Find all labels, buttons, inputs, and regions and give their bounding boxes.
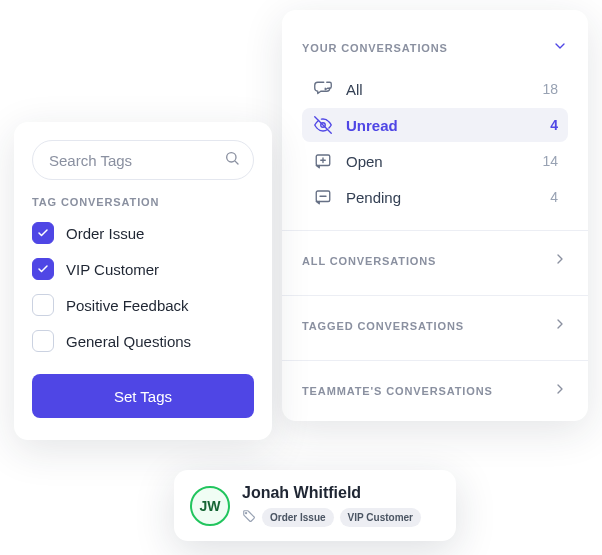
set-tags-button[interactable]: Set Tags — [32, 374, 254, 418]
conv-items: All 18 Unread 4 Open 14 — [302, 66, 568, 214]
conv-group-title: TAGGED CONVERSATIONS — [302, 320, 464, 332]
conv-item-label: Open — [346, 153, 530, 170]
conv-group-title: TEAMMATE'S CONVERSATIONS — [302, 385, 493, 397]
contact-card: JW Jonah Whitfield Order Issue VIP Custo… — [174, 470, 456, 541]
tag-pill: Order Issue — [262, 508, 334, 527]
search-wrap — [32, 140, 254, 180]
tag-section-heading: TAG CONVERSATION — [32, 196, 254, 208]
tag-pill: VIP Customer — [340, 508, 421, 527]
conv-item-count: 4 — [550, 189, 558, 205]
contact-main: Jonah Whitfield Order Issue VIP Customer — [242, 484, 440, 527]
conv-header-all[interactable]: ALL CONVERSATIONS — [302, 243, 568, 279]
tag-label: Positive Feedback — [66, 297, 189, 314]
tag-item-general-questions[interactable]: General Questions — [32, 330, 254, 352]
conv-item-label: Pending — [346, 189, 538, 206]
conv-item-label: Unread — [346, 117, 538, 134]
tag-item-vip-customer[interactable]: VIP Customer — [32, 258, 254, 280]
divider — [282, 360, 588, 361]
chevron-right-icon — [552, 316, 568, 336]
tag-label: General Questions — [66, 333, 191, 350]
conv-item-unread[interactable]: Unread 4 — [302, 108, 568, 142]
chat-icon — [312, 80, 334, 98]
conv-item-open[interactable]: Open 14 — [302, 144, 568, 178]
tag-label: Order Issue — [66, 225, 144, 242]
conv-header-tagged[interactable]: TAGGED CONVERSATIONS — [302, 308, 568, 344]
conv-group-teammate: TEAMMATE'S CONVERSATIONS — [282, 369, 588, 417]
conv-header-teammate[interactable]: TEAMMATE'S CONVERSATIONS — [302, 373, 568, 409]
divider — [282, 295, 588, 296]
conv-item-count: 14 — [542, 153, 558, 169]
eye-off-icon — [312, 116, 334, 134]
tag-label: VIP Customer — [66, 261, 159, 278]
tag-item-order-issue[interactable]: Order Issue — [32, 222, 254, 244]
conv-item-label: All — [346, 81, 530, 98]
chevron-right-icon — [552, 381, 568, 401]
tag-panel: TAG CONVERSATION Order Issue VIP Custome… — [14, 122, 272, 440]
chevron-down-icon — [552, 38, 568, 58]
conv-group-tagged: TAGGED CONVERSATIONS — [282, 304, 588, 352]
checkbox-icon — [32, 294, 54, 316]
conv-item-count: 4 — [550, 117, 558, 133]
conversations-panel: YOUR CONVERSATIONS All 18 Unread 4 — [282, 10, 588, 421]
tag-list: Order Issue VIP Customer Positive Feedba… — [32, 222, 254, 352]
checkbox-icon — [32, 258, 54, 280]
conv-group-all: ALL CONVERSATIONS — [282, 239, 588, 287]
conv-item-count: 18 — [542, 81, 558, 97]
conv-item-all[interactable]: All 18 — [302, 72, 568, 106]
conv-group-title: ALL CONVERSATIONS — [302, 255, 436, 267]
svg-point-9 — [246, 512, 247, 513]
search-tags-input[interactable] — [32, 140, 254, 180]
avatar: JW — [190, 486, 230, 526]
chevron-right-icon — [552, 251, 568, 271]
pending-icon — [312, 188, 334, 206]
conv-group-your: YOUR CONVERSATIONS All 18 Unread 4 — [282, 26, 588, 222]
checkbox-icon — [32, 222, 54, 244]
conv-item-pending[interactable]: Pending 4 — [302, 180, 568, 214]
tag-icon — [242, 509, 256, 527]
contact-tags: Order Issue VIP Customer — [242, 508, 440, 527]
contact-name: Jonah Whitfield — [242, 484, 440, 502]
conv-group-title: YOUR CONVERSATIONS — [302, 42, 448, 54]
divider — [282, 230, 588, 231]
tag-item-positive-feedback[interactable]: Positive Feedback — [32, 294, 254, 316]
conv-header-your[interactable]: YOUR CONVERSATIONS — [302, 30, 568, 66]
checkbox-icon — [32, 330, 54, 352]
plus-box-icon — [312, 152, 334, 170]
